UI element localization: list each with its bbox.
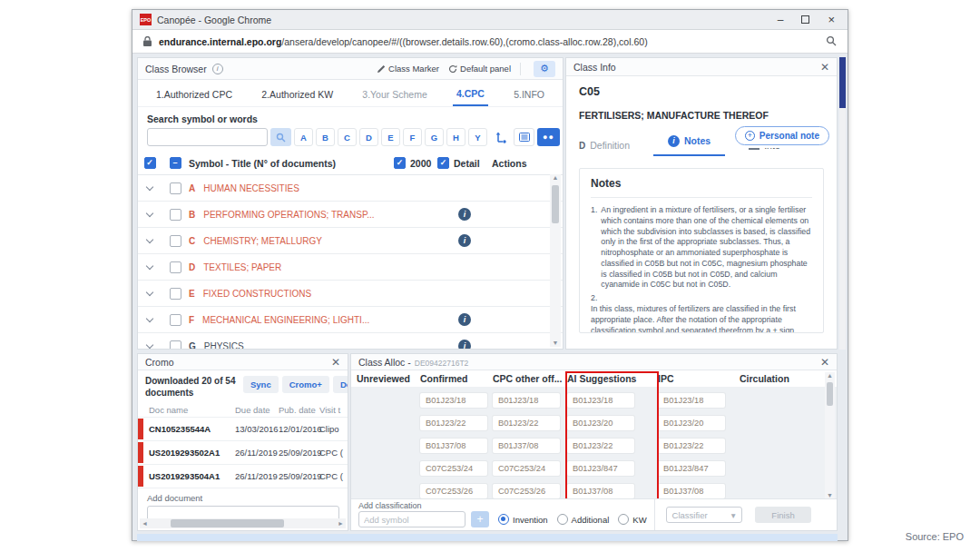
radio-kw[interactable]: KW: [618, 514, 646, 525]
maximize-button[interactable]: [801, 15, 809, 24]
table-scrollbar[interactable]: ▲ ▼: [550, 174, 561, 347]
url-text[interactable]: endurance.internal.epo.org/ansera/develo…: [159, 36, 818, 47]
class-chip[interactable]: C07C253/26: [493, 484, 560, 498]
close-panel-icon[interactable]: ✕: [331, 358, 340, 367]
row-checkbox[interactable]: [170, 314, 181, 326]
window-scrollbar-thumb[interactable]: [839, 57, 846, 108]
detail-info-icon[interactable]: i: [458, 234, 471, 247]
table-row[interactable]: FMECHANICAL ENGINEERING; LIGHTI... i: [138, 307, 563, 333]
letter-button-d[interactable]: D: [359, 128, 378, 146]
class-chip[interactable]: B01J23/22: [493, 416, 560, 430]
table-row[interactable]: GPHYSICS i: [138, 333, 563, 350]
class-chip[interactable]: B01J37/08: [493, 439, 560, 453]
class-chip[interactable]: B01J37/08: [567, 484, 634, 498]
more-options-button[interactable]: ●●: [537, 128, 560, 146]
letter-button-f[interactable]: F: [403, 128, 422, 146]
class-alloc-scrollbar[interactable]: ▲ ▼: [825, 372, 835, 499]
table-row[interactable]: AHUMAN NECESSITIES: [138, 175, 563, 202]
scroll-up-icon[interactable]: ▲: [553, 174, 559, 181]
letter-button-h[interactable]: H: [446, 128, 466, 146]
detail-checkbox[interactable]: ✓: [437, 157, 449, 169]
tab-definition[interactable]: DDefinition: [579, 140, 630, 151]
letter-button-e[interactable]: E: [381, 128, 400, 146]
download-button[interactable]: Down: [333, 376, 348, 393]
class-chip[interactable]: B01J23/20: [658, 416, 725, 430]
partial-select-checkbox[interactable]: –: [170, 157, 181, 169]
list-view-button[interactable]: [514, 128, 534, 146]
document-row[interactable]: US2019293502A1 26/11/2019 25/09/2019 CPC…: [138, 440, 348, 464]
detail-info-icon[interactable]: i: [458, 340, 471, 350]
class-chip[interactable]: B01J23/18: [493, 393, 560, 408]
row-checkbox[interactable]: [170, 288, 181, 300]
class-chip[interactable]: B01J23/18: [420, 393, 487, 408]
close-panel-icon[interactable]: ✕: [820, 63, 829, 72]
add-symbol-button[interactable]: +: [471, 511, 489, 527]
scroll-left-icon[interactable]: ◄: [142, 520, 148, 527]
letter-button-c[interactable]: C: [338, 128, 357, 146]
class-chip[interactable]: B01J23/847: [658, 461, 725, 476]
personal-note-button[interactable]: +Personal note: [735, 126, 829, 145]
class-chip[interactable]: C07C253/26: [420, 484, 487, 498]
document-row[interactable]: US2019293504A1 26/11/2019 25/09/2019 CPC…: [138, 464, 348, 488]
letter-button-a[interactable]: A: [294, 128, 313, 146]
chevron-down-icon[interactable]: [146, 340, 153, 348]
settings-gear-button[interactable]: ⚙: [534, 61, 555, 77]
row-checkbox[interactable]: [170, 235, 181, 247]
scroll-right-icon[interactable]: ►: [338, 520, 344, 527]
table-row[interactable]: DTEXTILES; PAPER: [138, 254, 563, 281]
info-circle-icon[interactable]: i: [212, 64, 223, 74]
radio-additional[interactable]: Additional: [557, 514, 610, 525]
select-all-checkbox[interactable]: ✓: [144, 157, 156, 169]
class-chip[interactable]: B01J37/08: [420, 439, 487, 453]
class-chip[interactable]: B01J23/847: [567, 461, 634, 476]
scrollbar-thumb[interactable]: [552, 185, 559, 223]
tab-your-scheme[interactable]: 3.Your Scheme: [358, 82, 430, 105]
class-chip[interactable]: B01J23/18: [658, 393, 725, 408]
tab-notes[interactable]: iNotes: [653, 130, 725, 156]
class-chip[interactable]: B01J23/18: [567, 393, 634, 408]
row-checkbox[interactable]: [170, 261, 181, 273]
table-row[interactable]: EFIXED CONSTRUCTIONS: [138, 281, 563, 307]
class-chip[interactable]: B01J23/22: [658, 439, 725, 453]
finish-button[interactable]: Finish: [755, 507, 811, 523]
tab-info[interactable]: 5.INFO: [510, 82, 548, 105]
document-row[interactable]: CN105235544A 13/03/2016 12/01/2016 Clipo: [138, 417, 348, 440]
class-marker-button[interactable]: Class Marker: [377, 64, 439, 74]
scroll-up-icon[interactable]: ▲: [827, 372, 833, 379]
class-chip[interactable]: B01J37/08: [658, 484, 725, 498]
class-chip[interactable]: C07C253/24: [493, 461, 560, 476]
chevron-down-icon[interactable]: [146, 235, 153, 242]
sort-order-button[interactable]: [490, 128, 511, 146]
default-panel-button[interactable]: Default panel: [448, 64, 511, 74]
class-chip[interactable]: B01J23/20: [567, 416, 634, 430]
class-chip[interactable]: C07C253/24: [420, 461, 487, 476]
class-chip[interactable]: B01J23/22: [567, 439, 634, 453]
scrollbar-thumb[interactable]: [171, 519, 284, 527]
letter-button-y[interactable]: Y: [468, 128, 487, 146]
table-row[interactable]: BPERFORMING OPERATIONS; TRANSP... i: [138, 202, 563, 228]
scroll-down-icon[interactable]: ▼: [550, 340, 561, 346]
window-scrollbar[interactable]: [839, 57, 846, 350]
url-bar[interactable]: endurance.internal.epo.org/ansera/develo…: [132, 30, 848, 54]
chevron-down-icon[interactable]: [146, 182, 153, 190]
scrollbar-thumb[interactable]: [827, 382, 833, 406]
row-checkbox[interactable]: [170, 182, 181, 194]
chevron-down-icon[interactable]: [146, 209, 153, 216]
close-panel-icon[interactable]: ✕: [820, 358, 829, 367]
tab-cpc[interactable]: 4.CPC: [453, 81, 488, 106]
detail-info-icon[interactable]: i: [458, 208, 471, 221]
tab-authorized-cpc[interactable]: 1.Authorized CPC: [152, 82, 236, 105]
classifier-dropdown[interactable]: Classifier▾: [666, 507, 742, 523]
letter-button-b[interactable]: B: [316, 128, 335, 146]
close-button[interactable]: ×: [828, 15, 835, 25]
row-checkbox[interactable]: [170, 209, 181, 221]
scroll-down-icon[interactable]: ▼: [825, 492, 835, 498]
chevron-down-icon[interactable]: [146, 314, 153, 321]
cromo-plus-button[interactable]: Cromo+: [282, 376, 329, 393]
chevron-down-icon[interactable]: [146, 288, 153, 295]
radio-invention[interactable]: Invention: [498, 514, 548, 525]
minimize-button[interactable]: –: [778, 15, 784, 25]
add-symbol-input[interactable]: [358, 511, 466, 527]
search-button[interactable]: [270, 128, 291, 146]
chevron-down-icon[interactable]: [146, 261, 153, 269]
